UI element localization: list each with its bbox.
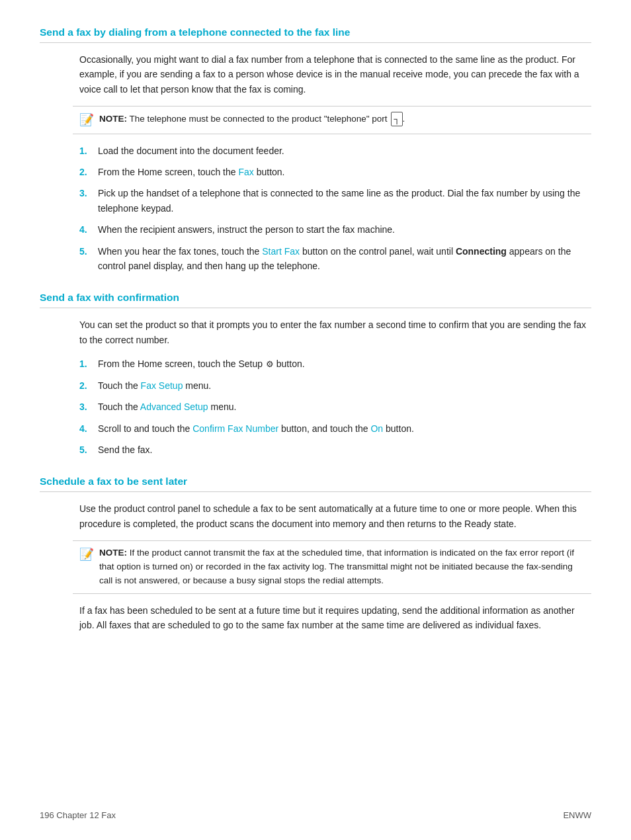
section-intro-confirmation: You can set the product so that it promp… bbox=[79, 317, 591, 347]
list-item: 5. When you hear the fax tones, touch th… bbox=[79, 244, 591, 274]
on-link[interactable]: On bbox=[370, 423, 383, 434]
note-box-telephone: 📝 NOTE: The telephone must be connected … bbox=[73, 106, 591, 134]
list-item: 4. Scroll to and touch the Confirm Fax N… bbox=[79, 421, 591, 436]
step-text: From the Home screen, touch the Setup ⚙︎… bbox=[98, 357, 305, 372]
steps-list-confirmation: 1. From the Home screen, touch the Setup… bbox=[79, 357, 591, 457]
step-num: 2. bbox=[79, 378, 90, 393]
list-item: 1. From the Home screen, touch the Setup… bbox=[79, 357, 591, 372]
note-icon-schedule: 📝 bbox=[79, 547, 94, 562]
note-label-telephone: NOTE: bbox=[99, 114, 127, 124]
phone-port-icon: ┐ bbox=[391, 112, 402, 126]
steps-list-dial: 1. Load the document into the document f… bbox=[79, 144, 591, 274]
setup-icon: ⚙︎ bbox=[266, 358, 274, 372]
note-content-schedule: If the product cannot transmit the fax a… bbox=[99, 548, 574, 585]
section-outro-schedule: If a fax has been scheduled to be sent a… bbox=[79, 603, 591, 633]
section-schedule: Schedule a fax to be sent later Use the … bbox=[40, 476, 591, 632]
fax-setup-link[interactable]: Fax Setup bbox=[141, 380, 183, 391]
step-text: From the Home screen, touch the Fax butt… bbox=[98, 165, 284, 179]
connecting-bold: Connecting bbox=[456, 246, 507, 257]
note-text-telephone: NOTE: The telephone must be connected to… bbox=[99, 112, 405, 126]
section-title-confirmation: Send a fax with confirmation bbox=[40, 292, 591, 308]
step-num: 3. bbox=[79, 186, 90, 216]
confirm-fax-number-link[interactable]: Confirm Fax Number bbox=[192, 423, 278, 434]
note-text-schedule: NOTE: If the product cannot transmit the… bbox=[99, 546, 585, 588]
step-text: Scroll to and touch the Confirm Fax Numb… bbox=[98, 421, 414, 436]
step-num: 1. bbox=[79, 144, 90, 158]
fax-link[interactable]: Fax bbox=[238, 167, 253, 177]
section-title-schedule: Schedule a fax to be sent later bbox=[40, 476, 591, 492]
step-num: 5. bbox=[79, 442, 90, 457]
section-body-confirmation: You can set the product so that it promp… bbox=[40, 317, 591, 457]
note-icon-telephone: 📝 bbox=[79, 112, 94, 128]
footer: 196 Chapter 12 Fax ENWW bbox=[40, 810, 591, 820]
note-label-schedule: NOTE: bbox=[99, 548, 127, 558]
section-title-dial: Send a fax by dialing from a telephone c… bbox=[40, 26, 591, 43]
step-num: 4. bbox=[79, 421, 90, 436]
step-num: 4. bbox=[79, 222, 90, 237]
step-text: Touch the Fax Setup menu. bbox=[98, 378, 211, 393]
step-num: 1. bbox=[79, 357, 90, 372]
list-item: 4. When the recipient answers, instruct … bbox=[79, 222, 591, 237]
step-text: Load the document into the document feed… bbox=[98, 144, 284, 158]
section-body-dial: Occasionally, you might want to dial a f… bbox=[40, 52, 591, 273]
step-num: 3. bbox=[79, 399, 90, 414]
step-text: Send the fax. bbox=[98, 442, 153, 457]
list-item: 1. Load the document into the document f… bbox=[79, 144, 591, 158]
section-dial-telephone: Send a fax by dialing from a telephone c… bbox=[40, 26, 591, 273]
note-content-telephone: The telephone must be connected to the p… bbox=[130, 114, 405, 124]
section-intro-schedule: Use the product control panel to schedul… bbox=[79, 501, 591, 531]
step-num: 2. bbox=[79, 165, 90, 179]
section-body-schedule: Use the product control panel to schedul… bbox=[40, 501, 591, 632]
footer-left: 196 Chapter 12 Fax bbox=[40, 810, 116, 820]
advanced-setup-link[interactable]: Advanced Setup bbox=[140, 401, 208, 412]
step-num: 5. bbox=[79, 244, 90, 274]
footer-right: ENWW bbox=[563, 810, 591, 820]
list-item: 2. Touch the Fax Setup menu. bbox=[79, 378, 591, 393]
start-fax-link[interactable]: Start Fax bbox=[262, 246, 300, 257]
note-box-schedule: 📝 NOTE: If the product cannot transmit t… bbox=[73, 540, 591, 594]
list-item: 3. Pick up the handset of a telephone th… bbox=[79, 186, 591, 216]
step-text: When you hear the fax tones, touch the S… bbox=[98, 244, 591, 274]
list-item: 5. Send the fax. bbox=[79, 442, 591, 457]
list-item: 2. From the Home screen, touch the Fax b… bbox=[79, 165, 591, 179]
section-intro-dial: Occasionally, you might want to dial a f… bbox=[79, 52, 591, 97]
step-text: When the recipient answers, instruct the… bbox=[98, 222, 395, 237]
list-item: 3. Touch the Advanced Setup menu. bbox=[79, 399, 591, 414]
step-text: Touch the Advanced Setup menu. bbox=[98, 399, 236, 414]
step-text: Pick up the handset of a telephone that … bbox=[98, 186, 591, 216]
section-confirmation: Send a fax with confirmation You can set… bbox=[40, 292, 591, 457]
